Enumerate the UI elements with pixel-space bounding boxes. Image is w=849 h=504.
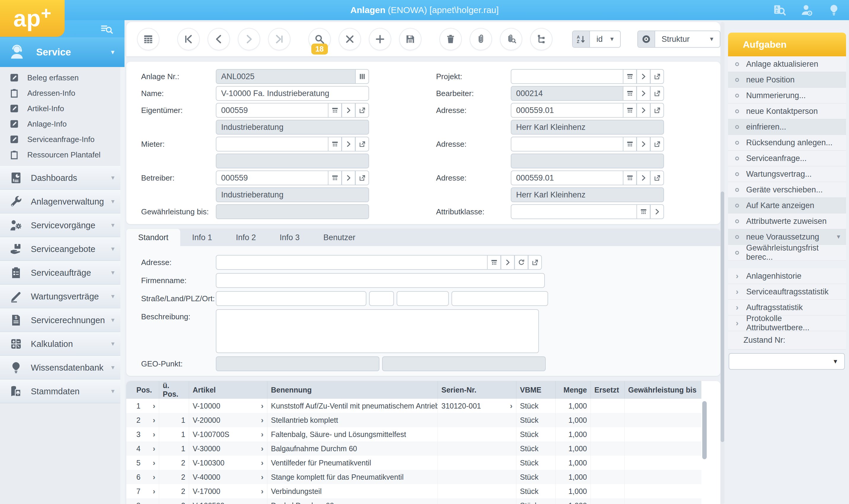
plz-input[interactable]	[397, 291, 449, 306]
open-record-icon[interactable]	[637, 137, 650, 151]
sidebar-item-1[interactable]: Adressen-Info	[0, 85, 125, 101]
table-cell-artikel[interactable]: V-100700S›	[189, 427, 267, 442]
open-artikel-icon[interactable]: ›	[261, 416, 264, 425]
right-field-2-input[interactable]: 000559.01	[511, 103, 623, 118]
right-field-8-input[interactable]	[511, 204, 637, 219]
open-record-icon[interactable]	[342, 137, 356, 151]
strasse-input[interactable]	[216, 291, 366, 306]
task-item-8[interactable]: Geräte verschieben...	[728, 182, 846, 198]
table-cell-artikel[interactable]: V-100500›	[189, 498, 267, 504]
expand-row-icon[interactable]: ›	[153, 444, 155, 453]
open-record-icon[interactable]	[342, 103, 356, 118]
first-record-button[interactable]	[177, 28, 200, 50]
left-field-2-input[interactable]: 000559	[216, 103, 328, 118]
task-item-12[interactable]: Gewährleistungsfrist berec...	[728, 245, 846, 260]
task-item-6[interactable]: Serviceanfrage...	[728, 150, 846, 166]
table-cell-artikel[interactable]: V-17000›	[189, 484, 267, 498]
attachment-search-button[interactable]	[500, 28, 522, 50]
lookup-grid-icon[interactable]	[623, 137, 637, 151]
module-header[interactable]: Service ▼	[0, 37, 125, 67]
task-item-7[interactable]: Wartungsvertrag...	[728, 166, 846, 182]
attachments-button[interactable]	[470, 28, 492, 50]
table-cell-artikel[interactable]: V-40000›	[189, 470, 267, 484]
lookup-grid-icon[interactable]	[623, 69, 637, 84]
sidebar-item-2[interactable]: Artikel-Info	[0, 101, 125, 116]
task-item-5[interactable]: Rücksendung anlegen...	[728, 135, 846, 150]
sidebar-item-3[interactable]: Anlage-Info	[0, 116, 125, 132]
previous-record-button[interactable]	[207, 28, 230, 50]
lookup-grid-icon[interactable]	[487, 255, 501, 270]
expand-row-icon[interactable]: ›	[153, 487, 155, 496]
table-row-pos[interactable]: 3›	[126, 427, 159, 442]
save-button[interactable]	[399, 28, 421, 50]
task-item-0[interactable]: Anlage aktualisieren	[728, 56, 846, 72]
open-record-icon[interactable]	[342, 170, 356, 185]
column-header[interactable]: Ersetzt	[591, 381, 624, 399]
hints-bulb-icon[interactable]	[827, 3, 841, 17]
lookup-grid-icon[interactable]	[623, 103, 637, 118]
left-field-1-input[interactable]: V-10000 Fa. Industrieberatung	[216, 86, 369, 101]
expand-row-icon[interactable]: ›	[153, 501, 155, 504]
app-logo[interactable]: ap+	[0, 0, 65, 37]
sidebar-item-0[interactable]: Beleg erfassen	[0, 70, 125, 85]
column-header[interactable]: Pos.	[126, 381, 159, 399]
beschreibung-textarea[interactable]	[216, 309, 539, 353]
lookup-grid-icon[interactable]	[623, 86, 637, 101]
lookup-grid-icon[interactable]	[328, 137, 342, 151]
task-item-9[interactable]: Auf Karte anzeigen	[728, 198, 846, 214]
table-row-pos[interactable]: 6›	[126, 470, 159, 484]
sidebar-group-1[interactable]: Anlagenverwaltung ▼	[0, 190, 125, 214]
sidebar-group-5[interactable]: Wartungsverträge ▼	[0, 285, 125, 308]
table-row-pos[interactable]: 1›	[126, 399, 159, 413]
left-field-4-input[interactable]	[216, 137, 328, 151]
task-item-3[interactable]: neue Kontaktperson	[728, 104, 846, 119]
external-link-icon[interactable]	[650, 103, 664, 118]
task-link-1[interactable]: › Serviceauftragsstatistik	[728, 284, 846, 300]
tab-info-2[interactable]: Info 2	[224, 229, 268, 246]
tab-standort[interactable]: Standort	[126, 229, 180, 246]
main-scrollbar-thumb[interactable]	[721, 192, 724, 442]
table-cell-artikel[interactable]: V-30000›	[189, 442, 267, 456]
task-item-1[interactable]: neue Position	[728, 72, 846, 88]
external-link-icon[interactable]	[528, 255, 542, 270]
open-artikel-icon[interactable]: ›	[261, 487, 264, 496]
tab-benutzer[interactable]: Benutzer	[311, 229, 367, 246]
open-artikel-icon[interactable]: ›	[261, 458, 264, 468]
table-view-button[interactable]	[137, 28, 160, 50]
task-item-10[interactable]: Attributwerte zuweisen	[728, 214, 846, 229]
sidebar-group-2[interactable]: Servicevorgänge ▼	[0, 214, 125, 237]
open-record-icon[interactable]	[637, 69, 650, 84]
table-row-pos[interactable]: 7›	[126, 484, 159, 498]
table-row-pos[interactable]: 2›	[126, 413, 159, 427]
translate-search-icon[interactable]	[773, 3, 786, 17]
open-artikel-icon[interactable]: ›	[261, 444, 264, 453]
structure-tree-button[interactable]	[530, 28, 553, 50]
task-link-2[interactable]: › Auftragsstatistik	[728, 300, 846, 316]
column-header[interactable]: ü. Pos.	[159, 381, 189, 399]
tab-info-3[interactable]: Info 3	[268, 229, 311, 246]
lookup-grid-icon[interactable]	[328, 170, 342, 185]
task-link-3[interactable]: › Protokolle Attributwertbere...	[728, 316, 846, 331]
delete-button[interactable]	[439, 28, 462, 50]
sidebar-item-5[interactable]: Ressourcen Plantafel	[0, 147, 125, 162]
open-artikel-icon[interactable]: ›	[261, 401, 264, 411]
main-scrollbar-track[interactable]	[720, 22, 724, 504]
sidebar-group-7[interactable]: Kalkulation ▼	[0, 332, 125, 356]
external-link-icon[interactable]	[650, 86, 664, 101]
clear-button[interactable]	[339, 28, 361, 50]
external-link-icon[interactable]	[356, 170, 369, 185]
lookup-grid-icon[interactable]	[623, 170, 637, 185]
column-header[interactable]: Serien-Nr.	[437, 381, 516, 399]
sidebar-group-9[interactable]: Stammdaten ▼	[0, 379, 125, 403]
task-item-4[interactable]: einfrieren...	[728, 119, 846, 135]
ort-input[interactable]	[451, 291, 548, 306]
tab-info-1[interactable]: Info 1	[180, 229, 224, 246]
sidebar-group-0[interactable]: Dashboards ▼	[0, 166, 125, 190]
column-header[interactable]: VBME	[516, 381, 555, 399]
task-item-11[interactable]: neue Voraussetzung ▼	[728, 229, 846, 245]
external-link-icon[interactable]	[356, 103, 369, 118]
table-cell-artikel[interactable]: V-20000›	[189, 413, 267, 427]
sidebar-group-3[interactable]: Serviceangebote ▼	[0, 237, 125, 261]
column-header[interactable]: Benennung	[267, 381, 437, 399]
refresh-icon[interactable]	[514, 255, 528, 270]
